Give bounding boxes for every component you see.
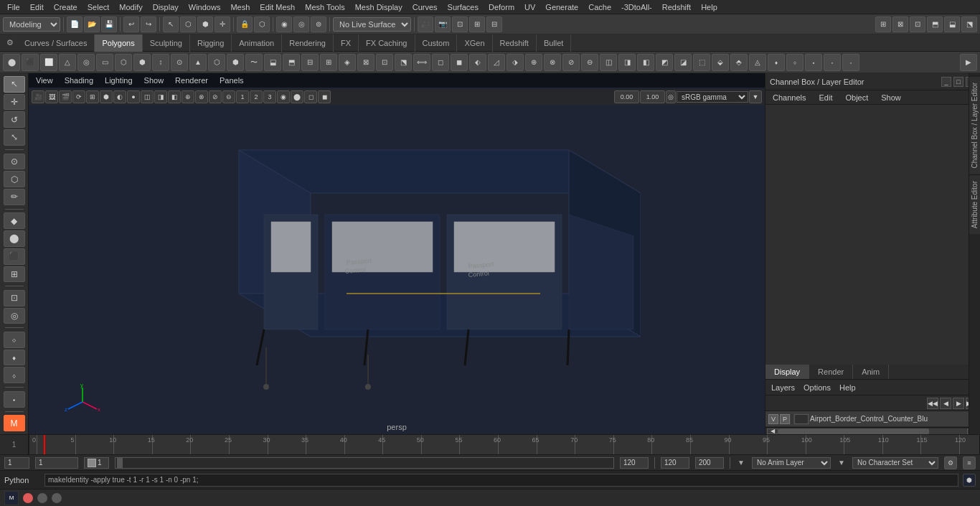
status-arrow-down[interactable]: ▼ — [736, 458, 746, 468]
tab-rendering[interactable]: Rendering — [282, 34, 334, 52]
shelf-last[interactable]: ▶ — [960, 54, 977, 71]
vp-wire-btn[interactable]: ⬢ — [100, 90, 113, 103]
shelf-uvmap[interactable]: ⊕ — [525, 54, 542, 71]
shelf-bevel[interactable]: ⬓ — [264, 54, 281, 71]
set-key-btn[interactable]: ⬧ — [4, 350, 25, 366]
shelf-mirror[interactable]: ⟺ — [413, 54, 430, 71]
vp-menu-panels[interactable]: Panels — [217, 76, 247, 85]
uvs-btn[interactable]: ⊞ — [4, 266, 25, 283]
side-tab-channelbox[interactable]: Channel Box / Layer Editor — [969, 76, 981, 174]
move-tool-btn[interactable]: ✛ — [4, 94, 25, 111]
viewport-3d[interactable]: View Shading Lighting Show Renderer Pane… — [29, 73, 765, 434]
shelf-triangulate[interactable]: ◿ — [488, 54, 505, 71]
win-maximize-btn[interactable] — [52, 493, 62, 503]
layout6-btn[interactable]: ⬔ — [961, 17, 977, 32]
scale-tool-btn[interactable]: ⤡ — [4, 129, 25, 146]
status-range-thumb[interactable] — [117, 458, 123, 468]
shelf-plane[interactable]: ▭ — [96, 54, 113, 71]
status-field6[interactable]: 200 — [695, 457, 724, 469]
anim-key-btn[interactable]: ⬦ — [4, 332, 25, 348]
vertex-btn[interactable]: ◆ — [4, 212, 25, 229]
shelf-cylinder[interactable]: ⬜ — [40, 54, 57, 71]
cam2-btn[interactable]: 📷 — [435, 17, 451, 32]
rp-channels-item[interactable]: Channels — [770, 92, 809, 103]
tab-rigging[interactable]: Rigging — [190, 34, 232, 52]
side-tab-attribute[interactable]: Attribute Editor — [969, 174, 981, 234]
shelf-extra7[interactable]: ⬙ — [712, 54, 729, 71]
new-scene-btn[interactable]: 📄 — [67, 17, 83, 32]
vp-menu-show[interactable]: Show — [141, 76, 167, 85]
lasso-btn[interactable]: ⬡ — [180, 17, 196, 32]
menu-deform[interactable]: Deform — [484, 2, 519, 12]
layer-nav-left2[interactable]: ◀◀ — [927, 398, 938, 409]
rp-edit-item[interactable]: Edit — [816, 92, 835, 103]
shelf-extra9[interactable]: ◬ — [749, 54, 766, 71]
shelf-extra2[interactable]: ◨ — [618, 54, 636, 71]
tab-xgen[interactable]: XGen — [457, 34, 492, 52]
shelf-combine[interactable]: ⊡ — [376, 54, 393, 71]
shelf-subdiv[interactable]: ◼ — [451, 54, 468, 71]
scrollbar-left-arrow[interactable]: ◀ — [767, 428, 778, 434]
shelf-extra12[interactable]: ⬩ — [805, 54, 822, 71]
menu-edit-mesh[interactable]: Edit Mesh — [255, 2, 299, 12]
menu-mesh[interactable]: Mesh — [226, 2, 254, 12]
select-btn[interactable]: ↖ — [163, 17, 179, 32]
layout4-btn[interactable]: ⬒ — [927, 17, 943, 32]
vp-colorspace-btn[interactable]: ◎ — [666, 90, 676, 103]
menu-mesh-tools[interactable]: Mesh Tools — [301, 2, 349, 12]
tab-curves-surfaces[interactable]: Curves / Surfaces — [17, 34, 95, 52]
vp-menu-shading[interactable]: Shading — [62, 76, 96, 85]
layer-nav-left[interactable]: ◀ — [940, 398, 951, 409]
shelf-extra5[interactable]: ◪ — [674, 54, 692, 71]
render-btn[interactable]: ◉ — [276, 17, 292, 32]
shelf-extra4[interactable]: ◩ — [656, 54, 673, 71]
shelf-cube[interactable]: ⬛ — [22, 54, 39, 71]
vp-cam-btn[interactable]: 🎥 — [32, 90, 44, 103]
shelf-geodesic[interactable]: ⬡ — [208, 54, 225, 71]
vp-colorspace-dropdown[interactable]: sRGB gamma — [677, 91, 748, 103]
shelf-boolean[interactable]: ⊠ — [357, 54, 374, 71]
tab-polygons[interactable]: Polygons — [95, 34, 142, 52]
face-btn[interactable]: ⬛ — [4, 248, 25, 265]
layer-tab-anim[interactable]: Anim — [853, 365, 889, 379]
menu-help[interactable]: Help — [697, 2, 722, 12]
vp-expand-btn[interactable]: ▼ — [749, 90, 762, 103]
shelf-extra1[interactable]: ◫ — [600, 54, 617, 71]
lasso-select-btn[interactable]: ⬡ — [4, 171, 25, 187]
layer-tab-display[interactable]: Display — [765, 365, 809, 379]
tab-settings-icon[interactable]: ⚙ — [3, 36, 17, 50]
rotate-tool-btn[interactable]: ↺ — [4, 111, 25, 128]
shelf-uvopt[interactable]: ⊖ — [581, 54, 598, 71]
vp-vid-btn[interactable]: 🎬 — [59, 90, 72, 103]
layer-tab-render[interactable]: Render — [809, 365, 853, 379]
vp-menu-view[interactable]: View — [33, 76, 56, 85]
shelf-torus[interactable]: ◎ — [77, 54, 95, 71]
shelf-extra10[interactable]: ⬧ — [768, 54, 785, 71]
transform-btn[interactable]: ✛ — [215, 17, 230, 32]
layer-opt-layers[interactable]: Layers — [768, 382, 798, 393]
shelf-extra14[interactable]: ⬫ — [842, 54, 859, 71]
paint-select-btn[interactable]: ✏ — [4, 189, 25, 205]
shelf-soccer[interactable]: ⬢ — [227, 54, 244, 71]
menu-generate[interactable]: Generate — [541, 2, 583, 12]
select-tool-btn[interactable]: ↖ — [4, 76, 25, 93]
open-btn[interactable]: 📂 — [84, 17, 100, 32]
modeling-dropdown[interactable]: Modeling — [3, 17, 60, 32]
shelf-quad[interactable]: ⬗ — [507, 54, 524, 71]
vp-menu-lighting[interactable]: Lighting — [102, 76, 136, 85]
cam1-btn[interactable]: 🎥 — [418, 17, 433, 32]
shelf-svgcurve[interactable]: 〜 — [245, 54, 263, 71]
python-exec-btn[interactable]: ⬢ — [963, 474, 976, 487]
menu-display[interactable]: Display — [149, 2, 183, 12]
shelf-disk[interactable]: ⬡ — [115, 54, 132, 71]
shelf-smooth[interactable]: ◻ — [432, 54, 449, 71]
cam3-btn[interactable]: ⊡ — [452, 17, 468, 32]
layer-color-swatch[interactable] — [794, 414, 809, 424]
status-field4[interactable]: 120 — [620, 457, 649, 469]
menu-mesh-display[interactable]: Mesh Display — [351, 2, 407, 12]
live-surface-dropdown[interactable]: No Live Surface — [333, 17, 411, 32]
shelf-extra8[interactable]: ⬘ — [730, 54, 748, 71]
shelf-extrude[interactable]: ⬒ — [283, 54, 300, 71]
menu-create[interactable]: Create — [50, 2, 82, 12]
shelf-separate[interactable]: ⬔ — [395, 54, 412, 71]
